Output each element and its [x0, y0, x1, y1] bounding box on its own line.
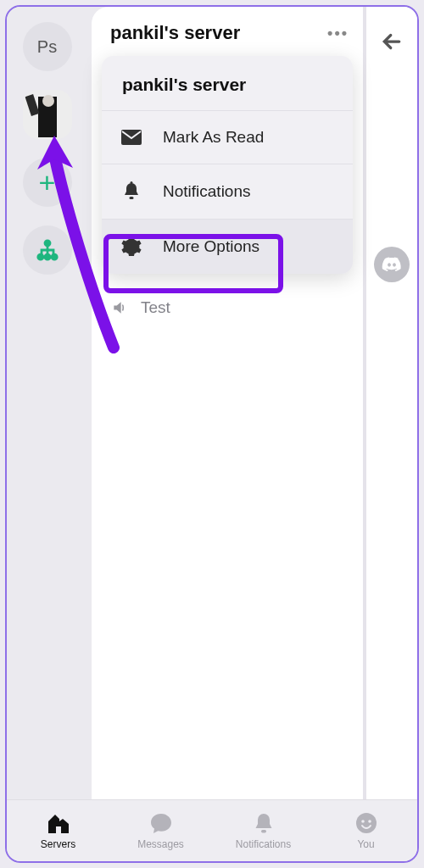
svg-point-14 [368, 820, 371, 823]
nav-servers[interactable]: Servers [7, 800, 109, 861]
avatar-image [23, 90, 72, 139]
svg-point-12 [356, 813, 377, 833]
discover-button[interactable] [23, 225, 72, 275]
nav-label: Notifications [236, 838, 291, 850]
gear-icon [120, 236, 142, 257]
bottom-nav: Servers Messages Notifications You [7, 799, 417, 861]
server-title: pankil's server [110, 22, 240, 44]
workspace-chip-ps[interactable]: Ps [23, 22, 72, 71]
discord-logo-button[interactable] [374, 247, 410, 282]
svg-rect-9 [130, 197, 134, 199]
back-button[interactable] [379, 29, 404, 60]
nav-label: Messages [137, 838, 184, 850]
menu-label: Notifications [163, 182, 251, 201]
svg-point-4 [44, 241, 49, 246]
discord-icon [382, 254, 402, 275]
face-icon [354, 811, 378, 835]
add-server-button[interactable]: + [23, 158, 72, 207]
menu-notifications[interactable]: Notifications [102, 164, 353, 219]
menu-label: Mark As Read [163, 128, 264, 147]
servers-icon [46, 811, 71, 835]
channel-test[interactable]: Test [92, 288, 367, 327]
svg-rect-11 [261, 830, 266, 833]
server-avatar-pankil[interactable] [23, 90, 72, 139]
bell-icon [254, 811, 274, 835]
right-panel [363, 7, 417, 822]
messages-icon [149, 811, 173, 835]
app-frame: Ps + pankil's server ••• [5, 5, 419, 863]
nav-messages[interactable]: Messages [109, 800, 212, 861]
server-rail: Ps + [7, 7, 87, 815]
server-header[interactable]: pankil's server ••• [92, 22, 367, 58]
bell-icon [120, 181, 142, 202]
hub-icon [36, 238, 59, 262]
svg-point-5 [37, 254, 42, 259]
server-menu-icon[interactable]: ••• [327, 25, 349, 42]
menu-more-options[interactable]: More Options [102, 219, 353, 274]
arrow-left-icon [379, 29, 404, 54]
menu-label: More Options [163, 237, 259, 256]
nav-label: You [357, 838, 374, 850]
svg-point-2 [42, 95, 54, 107]
nav-label: Servers [41, 838, 75, 850]
svg-point-13 [361, 820, 365, 823]
menu-mark-as-read[interactable]: Mark As Read [102, 110, 353, 164]
nav-notifications[interactable]: Notifications [212, 800, 315, 861]
channel-label: Test [141, 298, 170, 317]
svg-point-10 [131, 181, 133, 184]
svg-point-7 [52, 254, 57, 259]
nav-you[interactable]: You [315, 800, 417, 861]
speaker-icon [110, 299, 129, 316]
server-options-popover: pankil's server Mark As Read Notificatio… [102, 56, 353, 274]
popover-title: pankil's server [102, 56, 353, 110]
mail-icon [120, 129, 142, 146]
